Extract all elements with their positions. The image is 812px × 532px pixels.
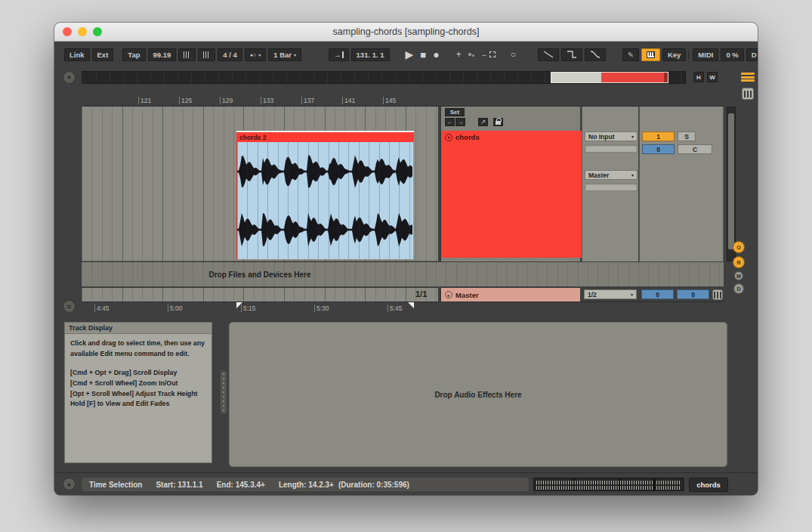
overview-w-button[interactable]: W bbox=[707, 72, 718, 82]
info-shortcut: [Cmd + Opt + Drag] Scroll Display bbox=[70, 368, 206, 379]
arrangement-position-display[interactable]: 131. 1. 1 bbox=[351, 48, 390, 61]
master-output-select[interactable]: 1/2▾ bbox=[584, 289, 637, 299]
loop-set-controls: Set ← → ↗ bbox=[445, 108, 504, 126]
master-meter-left[interactable]: 0 bbox=[641, 289, 674, 299]
chevron-down-icon: ▾ bbox=[294, 52, 296, 57]
overview-view-rectangle[interactable] bbox=[551, 72, 668, 83]
track-mixer-column: 1 S 0 C bbox=[639, 107, 724, 261]
master-unfold-button[interactable]: ▸ bbox=[445, 291, 452, 298]
track-activator[interactable]: 1 bbox=[642, 131, 675, 141]
mixer-section-toggle[interactable]: M bbox=[734, 271, 743, 280]
overview-h-button[interactable]: H bbox=[693, 72, 704, 82]
chevron-down-icon: ▾ bbox=[631, 172, 634, 178]
status-start: Start: 131.1.1 bbox=[156, 481, 202, 489]
tempo-display[interactable]: 99.19 bbox=[148, 48, 177, 61]
nudge-left-button[interactable]: ← bbox=[445, 118, 455, 126]
track-header-chords[interactable]: ▾ chords bbox=[441, 131, 582, 258]
tap-tempo-button[interactable]: Tap bbox=[122, 48, 145, 61]
metronome-button[interactable]: ●○▾ bbox=[245, 48, 266, 61]
lock-envelopes-button[interactable] bbox=[493, 118, 503, 126]
audio-clip[interactable]: chords 2 bbox=[236, 131, 414, 259]
set-button[interactable]: Set bbox=[445, 108, 465, 116]
record-button[interactable]: ● bbox=[431, 48, 441, 60]
audio-to-select[interactable]: Master▾ bbox=[585, 170, 638, 180]
clip-waveform-area[interactable] bbox=[236, 142, 414, 259]
device-drop-zone[interactable]: Drop Audio Effects Here bbox=[229, 322, 727, 467]
diagonal-draw-icon: ↗ bbox=[480, 119, 486, 125]
clip-overview-strip[interactable] bbox=[533, 478, 684, 491]
beat-label: 121 bbox=[138, 97, 151, 104]
overview-drag-handle[interactable] bbox=[664, 73, 668, 82]
input-channel-box[interactable] bbox=[585, 144, 638, 153]
link-button[interactable]: Link bbox=[64, 48, 90, 61]
selection-end-marker[interactable] bbox=[408, 302, 414, 308]
beat-time-ruler[interactable]: 121 125 129 133 137 141 145 bbox=[82, 94, 724, 107]
key-map-button[interactable]: Key bbox=[662, 48, 686, 61]
delay-section-toggle[interactable]: D bbox=[733, 283, 744, 294]
follow-icon: → bbox=[334, 51, 341, 59]
capture-midi-icon bbox=[468, 53, 474, 57]
back-to-arrangement-button[interactable]: ← bbox=[479, 51, 498, 58]
midi-map-button[interactable]: MIDI bbox=[693, 48, 718, 61]
clip-title-bar[interactable]: chords 2 bbox=[236, 132, 414, 142]
minimize-window-button[interactable] bbox=[78, 27, 87, 36]
solo-button[interactable]: S bbox=[678, 131, 696, 141]
track-meter-value[interactable]: 0 bbox=[642, 144, 675, 154]
master-meter-right[interactable]: 0 bbox=[677, 289, 709, 299]
computer-midi-keyboard-button[interactable] bbox=[641, 48, 660, 61]
clip-tab-chords[interactable]: chords bbox=[689, 478, 728, 492]
io-section-toggle[interactable]: O bbox=[733, 241, 745, 253]
time-signature-display[interactable]: 4 / 4 bbox=[218, 48, 242, 61]
back-arrow-icon: ← bbox=[481, 51, 488, 58]
draw-mode-button[interactable]: ✎ bbox=[622, 48, 639, 61]
overview-waveform-bottom bbox=[536, 486, 681, 490]
crossfade-assign[interactable]: C bbox=[678, 144, 712, 154]
capture-midi-button[interactable] bbox=[466, 53, 477, 57]
nudge-up-button[interactable] bbox=[198, 48, 215, 61]
new-button[interactable]: + bbox=[454, 49, 464, 60]
arrangement-overview[interactable] bbox=[82, 71, 686, 84]
menu-icon[interactable] bbox=[741, 71, 755, 83]
transport-toolbar: Link Ext Tap 99.19 4 / 4 ●○▾ 1 Bar▾ → 13… bbox=[64, 47, 748, 62]
fade-curve-button[interactable] bbox=[585, 48, 606, 61]
device-view-resize-handle[interactable] bbox=[221, 371, 227, 413]
draw-automation-button[interactable]: ↗ bbox=[478, 118, 488, 126]
chevron-down-icon: ▾ bbox=[631, 292, 633, 297]
drop-effects-label: Drop Audio Effects Here bbox=[434, 391, 521, 399]
output-channel-box[interactable] bbox=[585, 183, 638, 191]
close-window-button[interactable] bbox=[63, 27, 72, 36]
follow-button[interactable]: → bbox=[329, 48, 349, 61]
overview-clip-segment bbox=[601, 73, 668, 82]
play-button[interactable]: ▶ bbox=[403, 48, 416, 60]
selection-start-marker[interactable] bbox=[236, 302, 242, 308]
titlebar: sampling-chords [sampling-chords] bbox=[54, 23, 758, 42]
returns-section-toggle[interactable]: R bbox=[733, 256, 745, 268]
track-header-column: Set ← → ↗ ▾ chords bbox=[440, 107, 580, 261]
ext-button[interactable]: Ext bbox=[92, 48, 114, 61]
nudge-right-button[interactable]: → bbox=[455, 118, 465, 126]
info-view-toggle[interactable]: ▲ bbox=[63, 478, 76, 490]
quantization-select[interactable]: 1 Bar▾ bbox=[268, 48, 301, 61]
loop-button[interactable]: ○ bbox=[508, 49, 518, 60]
nudge-down-button[interactable] bbox=[178, 48, 196, 61]
drop-files-zone[interactable]: Drop Files and Devices Here bbox=[82, 262, 724, 286]
track-unfold-button[interactable]: ▾ bbox=[445, 134, 452, 141]
fade-linear-button[interactable] bbox=[538, 48, 559, 61]
cpu-meter[interactable]: 0 % bbox=[721, 48, 743, 61]
stop-button[interactable]: ■ bbox=[418, 49, 428, 60]
time-ruler[interactable]: 4:45 5:00 5:15 5:30 5:45 bbox=[82, 302, 724, 314]
vertical-scrollbar[interactable] bbox=[727, 107, 736, 261]
master-track-lane[interactable] bbox=[82, 288, 438, 302]
beat-label: 141 bbox=[342, 97, 355, 104]
audio-from-select[interactable]: No Input▾ bbox=[585, 131, 638, 141]
master-mixer-icon[interactable] bbox=[712, 289, 723, 300]
loop-fraction-label: 1/1 bbox=[415, 289, 427, 298]
fade-step-button[interactable] bbox=[561, 48, 582, 61]
disk-overload-indicator[interactable]: D bbox=[746, 48, 758, 61]
zoom-window-button[interactable] bbox=[93, 27, 102, 36]
unfold-icon: ▾ bbox=[447, 135, 449, 140]
scrollbar-thumb[interactable] bbox=[728, 113, 734, 249]
info-shortcut: [Opt + Scroll Wheel] Adjust Track Height bbox=[70, 389, 206, 400]
master-track-header[interactable]: ▸ Master bbox=[440, 288, 580, 302]
mixer-icon[interactable] bbox=[742, 88, 754, 100]
